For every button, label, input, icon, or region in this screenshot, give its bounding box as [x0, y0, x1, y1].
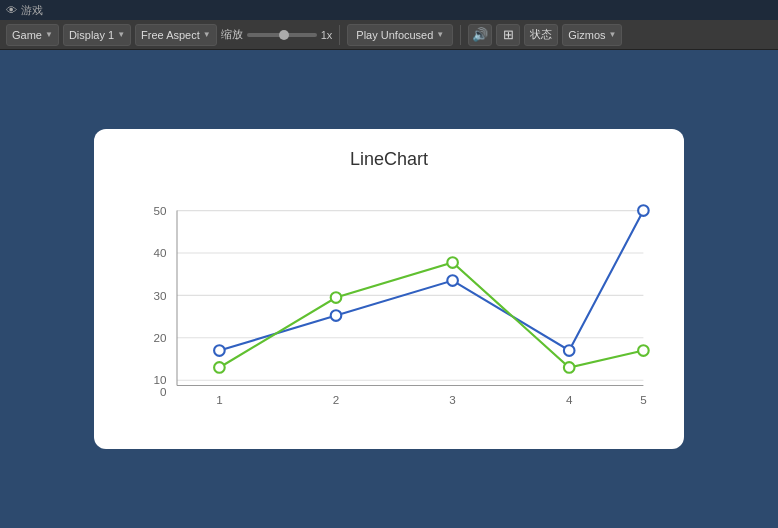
blue-dot-3	[447, 275, 458, 286]
grid-icon: ⊞	[503, 27, 514, 42]
green-dot-3	[447, 257, 458, 268]
scale-control: 缩放 1x	[221, 27, 333, 42]
svg-text:0: 0	[160, 385, 167, 398]
window-title: 游戏	[21, 3, 43, 18]
play-chevron-icon: ▼	[436, 30, 444, 39]
blue-dot-2	[331, 310, 342, 321]
aspect-label: Free Aspect	[141, 29, 200, 41]
display-label: Display 1	[69, 29, 114, 41]
display-dropdown[interactable]: Display 1 ▼	[63, 24, 131, 46]
svg-text:1: 1	[216, 393, 222, 406]
status-button[interactable]: 状态	[524, 24, 558, 46]
blue-dot-4	[564, 345, 575, 356]
line-chart-svg: 50 40 30 20 10 0 1 2 3 4 5	[124, 186, 654, 426]
svg-text:4: 4	[566, 393, 573, 406]
scale-slider[interactable]	[247, 33, 317, 37]
display-chevron-icon: ▼	[117, 30, 125, 39]
title-bar: 👁 游戏	[0, 0, 778, 20]
gizmos-chevron-icon: ▼	[609, 30, 617, 39]
green-dot-2	[331, 292, 342, 303]
status-label: 状态	[530, 27, 552, 42]
audio-button[interactable]: 🔊	[468, 24, 492, 46]
svg-text:50: 50	[153, 204, 166, 217]
svg-text:30: 30	[153, 289, 166, 302]
audio-icon: 🔊	[472, 27, 488, 42]
separator-2	[460, 25, 461, 45]
play-unfocused-button[interactable]: Play Unfocused ▼	[347, 24, 453, 46]
chart-area: 50 40 30 20 10 0 1 2 3 4 5	[124, 186, 654, 426]
chart-card: LineChart 50 40 30 20 10 0	[94, 129, 684, 449]
svg-text:5: 5	[640, 393, 646, 406]
play-label: Play Unfocused	[356, 29, 433, 41]
blue-dot-1	[214, 345, 225, 356]
toolbar: Game ▼ Display 1 ▼ Free Aspect ▼ 缩放 1x P…	[0, 20, 778, 50]
green-dot-4	[564, 362, 575, 373]
chart-title: LineChart	[124, 149, 654, 170]
scale-thumb[interactable]	[279, 30, 289, 40]
svg-text:2: 2	[333, 393, 339, 406]
game-chevron-icon: ▼	[45, 30, 53, 39]
svg-text:3: 3	[449, 393, 455, 406]
svg-text:40: 40	[153, 246, 166, 259]
gizmos-button[interactable]: Gizmos ▼	[562, 24, 622, 46]
grid-button[interactable]: ⊞	[496, 24, 520, 46]
aspect-chevron-icon: ▼	[203, 30, 211, 39]
separator-1	[339, 25, 340, 45]
game-label: Game	[12, 29, 42, 41]
gizmos-label: Gizmos	[568, 29, 605, 41]
blue-dot-5	[638, 205, 649, 216]
window-icon: 👁	[6, 4, 17, 16]
scale-label: 缩放	[221, 27, 243, 42]
aspect-dropdown[interactable]: Free Aspect ▼	[135, 24, 217, 46]
scale-value: 1x	[321, 29, 333, 41]
green-series-line	[219, 263, 643, 368]
green-dot-5	[638, 345, 649, 356]
game-dropdown[interactable]: Game ▼	[6, 24, 59, 46]
green-dot-1	[214, 362, 225, 373]
svg-text:20: 20	[153, 331, 166, 344]
main-area: LineChart 50 40 30 20 10 0	[0, 50, 778, 528]
